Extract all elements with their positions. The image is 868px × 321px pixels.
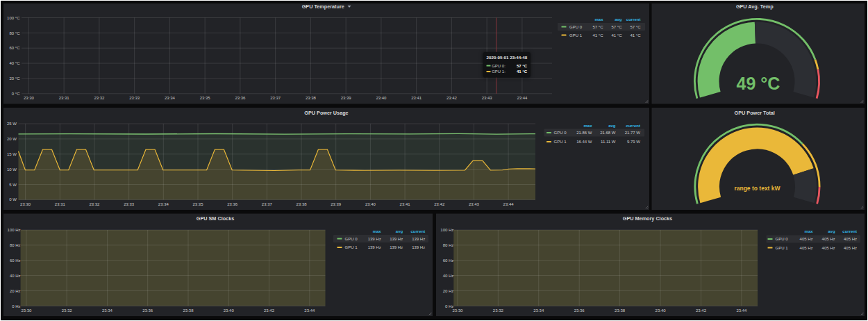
svg-text:range to text kW: range to text kW [734, 185, 781, 192]
svg-text:49 °C: 49 °C [737, 74, 781, 93]
